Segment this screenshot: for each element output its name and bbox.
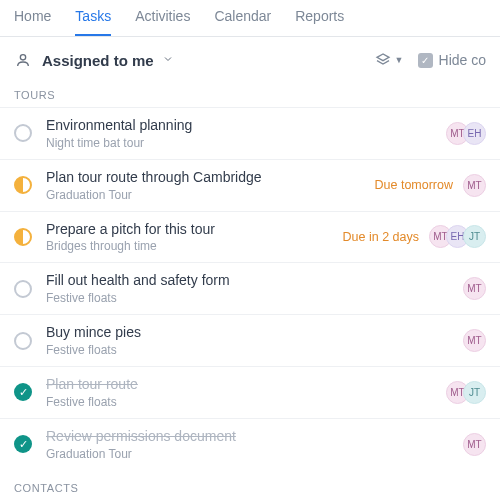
avatar[interactable]: MT — [463, 329, 486, 352]
toolbar: Assigned to me ▼ ✓ Hide co — [0, 37, 500, 77]
task-texts: Environmental planningNight time bat tou… — [46, 117, 446, 150]
task-title: Plan tour route — [46, 376, 446, 393]
tab-home[interactable]: Home — [14, 8, 51, 36]
task-subtitle: Bridges through time — [46, 239, 343, 253]
task-status-done[interactable]: ✓ — [14, 435, 32, 453]
task-subtitle: Night time bat tour — [46, 136, 446, 150]
task-status-empty[interactable] — [14, 280, 32, 298]
avatar[interactable]: JT — [463, 381, 486, 404]
task-due: Due tomorrow — [375, 178, 454, 192]
task-subtitle: Festive floats — [46, 395, 446, 409]
task-row[interactable]: ✓Plan tour routeFestive floatsMTJT — [0, 366, 500, 418]
tab-tasks[interactable]: Tasks — [75, 8, 111, 36]
chevron-down-icon: ▼ — [395, 55, 404, 65]
avatar[interactable]: MT — [463, 174, 486, 197]
task-avatars: MT — [463, 174, 486, 197]
task-avatars: MT — [463, 277, 486, 300]
task-texts: Buy mince piesFestive floats — [46, 324, 463, 357]
task-subtitle: Graduation Tour — [46, 447, 463, 461]
section-header: TOURS — [0, 77, 500, 107]
section-header: CONTACTS — [0, 470, 500, 500]
task-row[interactable]: Prepare a pitch for this tourBridges thr… — [0, 211, 500, 263]
checkmark-icon: ✓ — [418, 53, 433, 68]
avatar[interactable]: JT — [463, 225, 486, 248]
view-title[interactable]: Assigned to me — [42, 52, 154, 69]
avatar[interactable]: EH — [463, 122, 486, 145]
task-texts: Plan tour routeFestive floats — [46, 376, 446, 409]
task-due: Due in 2 days — [343, 230, 419, 244]
task-subtitle: Festive floats — [46, 291, 463, 305]
tab-calendar[interactable]: Calendar — [214, 8, 271, 36]
task-row[interactable]: ✓Review permissions documentGraduation T… — [0, 418, 500, 470]
task-title: Fill out health and safety form — [46, 272, 463, 289]
tab-activities[interactable]: Activities — [135, 8, 190, 36]
task-avatars: MT — [463, 433, 486, 456]
task-subtitle: Graduation Tour — [46, 188, 375, 202]
task-status-empty[interactable] — [14, 332, 32, 350]
task-title: Prepare a pitch for this tour — [46, 221, 343, 238]
task-row[interactable]: Plan tour route through CambridgeGraduat… — [0, 159, 500, 211]
person-icon — [14, 51, 32, 69]
task-row[interactable]: Environmental planningNight time bat tou… — [0, 107, 500, 159]
task-subtitle: Festive floats — [46, 343, 463, 357]
task-avatars: MTJT — [446, 381, 486, 404]
task-title: Buy mince pies — [46, 324, 463, 341]
task-status-half[interactable] — [14, 176, 32, 194]
task-status-half[interactable] — [14, 228, 32, 246]
task-row[interactable]: Buy mince piesFestive floatsMT — [0, 314, 500, 366]
avatar[interactable]: MT — [463, 433, 486, 456]
task-title: Plan tour route through Cambridge — [46, 169, 375, 186]
task-status-done[interactable]: ✓ — [14, 383, 32, 401]
task-texts: Prepare a pitch for this tourBridges thr… — [46, 221, 343, 254]
task-status-empty[interactable] — [14, 124, 32, 142]
hide-label: Hide co — [439, 52, 486, 68]
svg-point-0 — [20, 55, 25, 60]
group-icon[interactable]: ▼ — [375, 52, 404, 68]
task-texts: Plan tour route through CambridgeGraduat… — [46, 169, 375, 202]
svg-marker-1 — [377, 54, 389, 61]
tab-reports[interactable]: Reports — [295, 8, 344, 36]
task-texts: Fill out health and safety formFestive f… — [46, 272, 463, 305]
task-avatars: MTEHJT — [429, 225, 486, 248]
task-texts: Review permissions documentGraduation To… — [46, 428, 463, 461]
task-avatars: MTEH — [446, 122, 486, 145]
main-tabs: HomeTasksActivitiesCalendarReports — [0, 0, 500, 37]
task-title: Review permissions document — [46, 428, 463, 445]
task-avatars: MT — [463, 329, 486, 352]
chevron-down-icon[interactable] — [162, 51, 174, 69]
task-title: Environmental planning — [46, 117, 446, 134]
avatar[interactable]: MT — [463, 277, 486, 300]
task-row[interactable]: Fill out health and safety formFestive f… — [0, 262, 500, 314]
hide-columns-toggle[interactable]: ✓ Hide co — [418, 52, 486, 68]
